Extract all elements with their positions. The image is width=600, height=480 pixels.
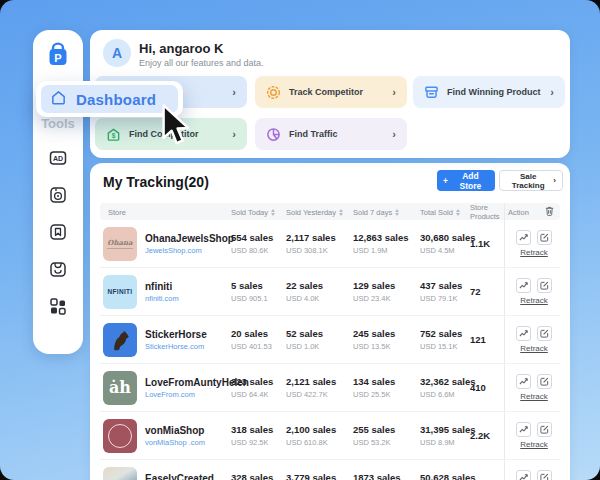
add-store-button[interactable]: + Add Store <box>437 170 495 191</box>
chevron-right-icon: › <box>550 86 554 98</box>
action-cell: Retrack <box>504 412 560 459</box>
sold-today-cell: 318 salesUSD 92.5K <box>228 424 283 447</box>
apps-grid-tool-icon[interactable] <box>48 296 68 316</box>
sold-today-cell: 328 salesUSD 14.4K <box>228 472 283 480</box>
sale-tracking-button[interactable]: Sale Tracking › <box>499 170 563 191</box>
retrack-link[interactable]: Retrack <box>520 440 548 449</box>
table-header-row: Store Sold Today Sold Yesterday Sold 7 d… <box>100 203 560 220</box>
action-cell: Retrack <box>504 460 560 480</box>
feature-card-find-traffic[interactable]: Find Traffic › <box>255 118 407 150</box>
store-logo: ȧh <box>103 371 137 405</box>
svg-text:$: $ <box>112 131 116 139</box>
edit-action-button[interactable] <box>537 278 552 293</box>
target-icon <box>266 85 281 100</box>
app-screen: P Tools AD A Hi, angaroo K Enjoy all our… <box>0 0 600 480</box>
sold-7-days-cell: 245 salesUSD 13.5K <box>350 328 417 351</box>
retrack-link[interactable]: Retrack <box>520 392 548 401</box>
chart-action-button[interactable] <box>516 422 531 437</box>
avatar[interactable]: A <box>103 39 131 67</box>
tracking-table: Store Sold Today Sold Yesterday Sold 7 d… <box>100 203 560 480</box>
feature-card-track-competitor[interactable]: Track Competitor › <box>255 76 407 108</box>
column-header-sold-yesterday[interactable]: Sold Yesterday <box>283 208 350 217</box>
chart-action-button[interactable] <box>516 326 531 341</box>
dashboard-menu-popup[interactable]: Dashboard <box>36 81 183 117</box>
sold-7-days-cell: 1873 salesUSD 17.3K <box>350 472 417 480</box>
sold-yesterday-cell: 22 salesUSD 4.0K <box>283 280 350 303</box>
dashboard-menu-label: Dashboard <box>76 91 156 108</box>
store-logo: Ohana <box>103 227 137 261</box>
store-domain-link[interactable]: vonMiaShop .com <box>145 438 205 447</box>
greeting-subtitle: Enjoy all our features and data. <box>139 58 264 68</box>
store-cell: EaselyCreated EaselyCreated .com <box>100 467 228 480</box>
edit-action-button[interactable] <box>537 470 552 480</box>
horse-icon <box>107 327 133 353</box>
feature-card-find-competitor[interactable]: $ Find Competitor › <box>95 118 247 150</box>
store-domain-link[interactable]: JewelsShop.com <box>145 246 234 255</box>
sold-yesterday-cell: 52 salesUSD 1.0K <box>283 328 350 351</box>
retrack-link[interactable]: Retrack <box>520 296 548 305</box>
sold-today-cell: 20 salesUSD 401.53 <box>228 328 283 351</box>
store-cell: vonMiaShop vonMiaShop .com <box>100 419 228 453</box>
store-domain-link[interactable]: nfiniti.com <box>145 294 179 303</box>
sort-icon[interactable] <box>339 209 343 216</box>
column-header-total-sold[interactable]: Total Sold <box>417 208 467 217</box>
sold-7-days-cell: 255 salesUSD 53.2K <box>350 424 417 447</box>
column-header-store[interactable]: Store <box>100 208 228 217</box>
column-header-sold-7-days[interactable]: Sold 7 days <box>350 208 417 217</box>
chevron-right-icon: › <box>232 86 236 98</box>
bookmark-tool-icon[interactable] <box>48 222 68 242</box>
table-row: StickerHorse StickerHorse.com 20 salesUS… <box>100 316 560 364</box>
store-products-cell: 1.1K <box>467 238 504 249</box>
chevron-right-icon: › <box>392 128 396 140</box>
column-header-store-products[interactable]: Store Products <box>467 203 504 221</box>
chart-action-button[interactable] <box>516 230 531 245</box>
product-box-icon <box>424 85 439 100</box>
sort-icon[interactable] <box>456 209 460 216</box>
plus-icon: + <box>443 176 448 186</box>
store-name: vonMiaShop <box>145 425 205 436</box>
sold-today-cell: 323 salesUSD 64.4K <box>228 376 283 399</box>
sold-yesterday-cell: 2,117 salesUSD 308.1K <box>283 232 350 255</box>
product-box-tool-icon[interactable] <box>48 185 68 205</box>
chart-action-button[interactable] <box>516 374 531 389</box>
sort-icon[interactable] <box>271 209 275 216</box>
sort-icon[interactable] <box>395 209 399 216</box>
sold-7-days-cell: 134 salesUSD 25.5K <box>350 376 417 399</box>
shop-bag-tool-icon[interactable] <box>48 259 68 279</box>
column-header-sold-today[interactable]: Sold Today <box>228 208 283 217</box>
edit-action-button[interactable] <box>537 230 552 245</box>
store-logo <box>103 419 137 453</box>
house-dollar-icon: $ <box>106 127 121 142</box>
feature-card-label: Find Competitor <box>129 129 199 139</box>
edit-action-button[interactable] <box>537 422 552 437</box>
store-cell: StickerHorse StickerHorse.com <box>100 323 228 357</box>
sold-today-cell: 5 salesUSD 905.1 <box>228 280 283 303</box>
store-name: nfiniti <box>145 281 179 292</box>
edit-action-button[interactable] <box>537 374 552 389</box>
greeting-text: Hi, angaroo K <box>139 41 224 56</box>
sold-yesterday-cell: 2,121 salesUSD 422.7K <box>283 376 350 399</box>
trash-icon[interactable] <box>545 206 554 218</box>
app-logo-icon[interactable]: P <box>43 40 73 70</box>
action-cell: Retrack <box>504 364 560 411</box>
total-sold-cell: 30,680 salesUSD 4.5M <box>417 232 467 255</box>
store-logo <box>103 323 137 357</box>
sold-yesterday-cell: 3,779 salesUSD 165.7K <box>283 472 350 480</box>
dashboard-menu-item[interactable]: Dashboard <box>41 85 178 113</box>
store-name: StickerHorse <box>145 329 207 340</box>
store-domain-link[interactable]: StickerHorse.com <box>145 342 207 351</box>
total-sold-cell: 32,362 salesUSD 6.6M <box>417 376 467 399</box>
edit-action-button[interactable] <box>537 326 552 341</box>
pie-chart-icon <box>266 127 281 142</box>
ad-tool-icon[interactable]: AD <box>48 148 68 168</box>
feature-card-find-winning-product[interactable]: Find Winning Product › <box>413 76 565 108</box>
chart-action-button[interactable] <box>516 470 531 480</box>
chart-action-button[interactable] <box>516 278 531 293</box>
chevron-right-icon: › <box>553 176 556 185</box>
retrack-link[interactable]: Retrack <box>520 248 548 257</box>
store-logo-text: NFINITI <box>108 288 133 295</box>
retrack-link[interactable]: Retrack <box>520 344 548 353</box>
sold-7-days-cell: 129 salesUSD 23.4K <box>350 280 417 303</box>
sold-today-cell: 554 salesUSD 80.6K <box>228 232 283 255</box>
total-sold-cell: 31,395 salesUSD 8.9M <box>417 424 467 447</box>
